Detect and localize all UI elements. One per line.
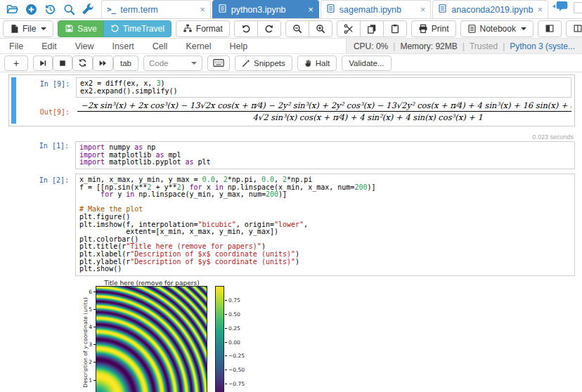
copy-button[interactable] bbox=[360, 20, 384, 37]
code-input[interactable]: x_min, x_max, y_min, y_max = 0.0, 2*np.p… bbox=[75, 174, 575, 276]
paste-icon bbox=[390, 24, 400, 34]
open-folder-icon[interactable] bbox=[6, 4, 18, 15]
split-horizontal-button[interactable] bbox=[538, 20, 562, 37]
kernel-name[interactable]: Python 3 (syste... bbox=[510, 41, 575, 51]
paste-button[interactable] bbox=[383, 20, 407, 37]
timetravel-button[interactable]: TimeTravel bbox=[103, 20, 172, 37]
fast-forward-icon bbox=[98, 59, 108, 67]
colorbar bbox=[215, 286, 224, 392]
format-button[interactable]: Format bbox=[176, 20, 230, 37]
insert-cell-button[interactable]: + bbox=[4, 55, 28, 71]
zoom-in-button[interactable] bbox=[309, 20, 332, 37]
close-icon[interactable] bbox=[420, 5, 426, 14]
wrench-icon[interactable] bbox=[82, 4, 94, 15]
tick-mark bbox=[225, 355, 227, 356]
clipboard-icon[interactable] bbox=[574, 2, 582, 13]
caret-down-icon bbox=[191, 62, 197, 65]
wand-icon bbox=[242, 59, 250, 67]
halt-button[interactable]: Halt bbox=[297, 55, 337, 71]
history-icon[interactable] bbox=[44, 4, 56, 15]
cut-button[interactable] bbox=[337, 20, 361, 37]
terminal-icon bbox=[107, 5, 116, 14]
memory-usage: Memory: 92MB bbox=[400, 41, 457, 51]
tab-label: python3.ipynb bbox=[231, 5, 286, 15]
fraction-numerator: −2x sin³(x) + 2x cos³(x) − 13√2x cos(x +… bbox=[77, 100, 571, 112]
tick-mark bbox=[93, 309, 96, 310]
notebook-file-icon bbox=[438, 4, 447, 15]
notebook-menubar: File Edit View Insert Cell Kernel Help C… bbox=[0, 39, 582, 54]
menu-file[interactable]: File bbox=[0, 39, 32, 53]
print-button[interactable]: Print bbox=[411, 20, 456, 37]
zoom-out-button[interactable] bbox=[285, 20, 309, 37]
interrupt-kernel-button[interactable] bbox=[53, 55, 72, 71]
tick-label: 4 bbox=[82, 324, 92, 330]
save-disk-icon bbox=[65, 24, 74, 33]
tab-term[interactable]: term.term bbox=[101, 0, 211, 18]
colorbar-canvas bbox=[216, 287, 224, 392]
code-input[interactable]: import numpy as npimport matplotlib as m… bbox=[75, 141, 575, 169]
tick-mark bbox=[225, 370, 227, 370]
keyboard-icon bbox=[213, 58, 224, 67]
top-tab-bar: term.term python3.ipynb sagemath.ipynb a… bbox=[0, 0, 582, 19]
code-input[interactable]: ex2 = diff(ex, x, 3)ex2.expand().simplif… bbox=[76, 77, 571, 98]
snippets-button[interactable]: Snippets bbox=[235, 55, 292, 71]
search-icon[interactable] bbox=[63, 4, 75, 15]
menu-view[interactable]: View bbox=[66, 39, 103, 53]
file-menu-button[interactable]: File bbox=[3, 20, 53, 37]
close-icon[interactable] bbox=[308, 5, 313, 14]
output-prompt: Out[9]: bbox=[20, 98, 76, 116]
file-action-icons bbox=[0, 4, 101, 18]
tick-label: 0.50 bbox=[228, 311, 240, 318]
tick-label: 0.75 bbox=[228, 297, 240, 303]
menu-edit[interactable]: Edit bbox=[32, 39, 66, 53]
cell-type-select[interactable]: Code bbox=[143, 55, 202, 71]
run-all-button[interactable] bbox=[93, 55, 113, 71]
zoom-out-icon bbox=[292, 24, 302, 34]
tick-mark bbox=[225, 300, 227, 301]
save-button[interactable]: Save bbox=[58, 20, 103, 37]
new-file-icon[interactable] bbox=[25, 4, 37, 15]
menu-cell[interactable]: Cell bbox=[143, 39, 177, 53]
restart-kernel-button[interactable] bbox=[72, 55, 93, 71]
cell-2[interactable]: In [2]: x_min, x_max, y_min, y_max = 0.0… bbox=[8, 174, 575, 392]
tick-mark bbox=[225, 384, 227, 384]
tick-label: 6 bbox=[82, 289, 92, 295]
notebook-menu-button[interactable]: Notebook bbox=[460, 20, 534, 37]
notebook-file-icon bbox=[467, 24, 477, 34]
cpu-usage: CPU: 0% bbox=[354, 41, 388, 51]
hand-icon bbox=[304, 59, 312, 67]
close-icon[interactable] bbox=[537, 5, 543, 14]
tick-mark bbox=[225, 328, 227, 329]
cell-9[interactable]: In [9]: ex2 = diff(ex, x, 3)ex2.expand()… bbox=[8, 74, 575, 126]
input-prompt: In [9]: bbox=[20, 77, 76, 88]
cell-1[interactable]: In [1]: 0.023 seconds import numpy as np… bbox=[8, 132, 575, 169]
input-prompt: In [2]: bbox=[19, 174, 75, 184]
tab-label: term.term bbox=[120, 5, 157, 15]
tab-python3-notebook[interactable]: python3.ipynb bbox=[212, 0, 319, 18]
tab-sagemath-notebook[interactable]: sagemath.ipynb bbox=[321, 0, 432, 18]
cell-toolbar: + tab Code Snippets Halt Validate... bbox=[0, 54, 582, 72]
close-icon[interactable] bbox=[200, 5, 205, 14]
validate-button[interactable]: Validate... bbox=[342, 55, 391, 71]
tab-complete-button[interactable]: tab bbox=[113, 55, 138, 71]
notebook-file-icon bbox=[326, 4, 335, 15]
divider bbox=[393, 41, 395, 51]
tab-anaconda-notebook[interactable]: anaconda2019.ipynb bbox=[432, 0, 548, 18]
input-prompt: In [1]: bbox=[19, 132, 75, 150]
tick-label: −0.75 bbox=[228, 381, 245, 387]
heatmap-axes bbox=[96, 286, 207, 392]
history-icon bbox=[110, 24, 119, 33]
menu-kernel[interactable]: Kernel bbox=[176, 39, 220, 53]
keyboard-shortcuts-button[interactable] bbox=[207, 55, 230, 71]
math-fraction: −2x sin³(x) + 2x cos³(x) − 13√2x cos(x +… bbox=[77, 100, 571, 122]
run-cell-button[interactable] bbox=[33, 55, 53, 71]
split-vertical-button[interactable] bbox=[566, 20, 582, 37]
menu-help[interactable]: Help bbox=[221, 39, 257, 53]
kernel-status-bar: CPU: 0% Memory: 92MB Trusted Python 3 (s… bbox=[346, 39, 582, 53]
print-icon bbox=[418, 24, 428, 34]
undo-button[interactable] bbox=[234, 20, 258, 37]
chat-icon[interactable] bbox=[552, 1, 568, 15]
redo-button[interactable] bbox=[257, 20, 281, 37]
menu-insert[interactable]: Insert bbox=[103, 39, 143, 53]
trusted-badge: Trusted bbox=[470, 41, 498, 51]
